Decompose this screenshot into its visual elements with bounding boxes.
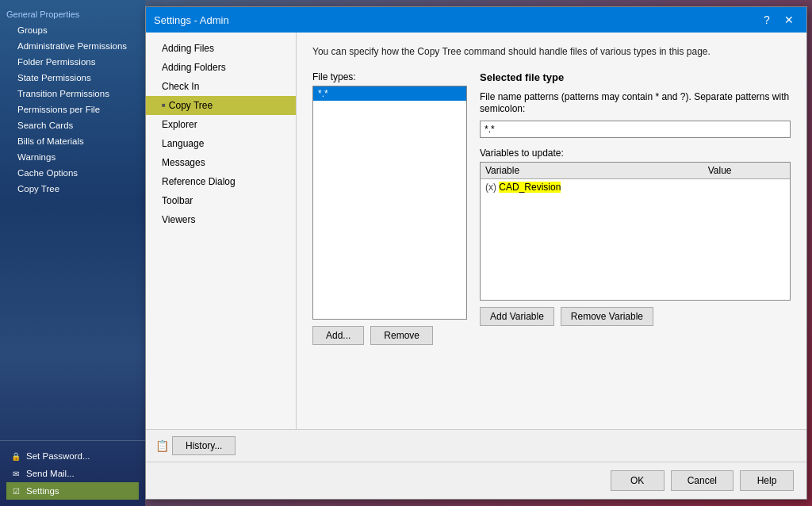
sidebar-item-bills-of-materials[interactable]: Bills of Materials [0,133,145,149]
sidebar-item-warnings[interactable]: Warnings [0,149,145,165]
pattern-input[interactable] [480,121,791,138]
dialog-body: Adding Files Adding Folders Check In Cop… [146,33,806,429]
sidebar-item-permissions-per-file[interactable]: Permissions per File [0,102,145,117]
sidebar-item-general-properties[interactable]: General Properties [0,6,145,22]
add-file-type-button[interactable]: Add... [312,326,364,345]
ok-button[interactable]: OK [611,470,665,491]
sidebar-bottom: 🔒 Set Password... ✉ Send Mail... ☑ Setti… [0,440,145,506]
sidebar-item-cache-options[interactable]: Cache Options [0,165,145,181]
sidebar-item-search-cards[interactable]: Search Cards [0,117,145,133]
variable-value-cell [703,178,790,195]
variables-label: Variables to update: [480,148,791,159]
lock-icon: 🔒 [10,450,22,462]
file-type-item-all[interactable]: *.* [313,86,466,101]
variable-col-header: Variable [481,163,703,179]
value-col-header: Value [703,163,790,179]
nav-item-adding-files[interactable]: Adding Files [146,39,296,58]
history-area: 📋 History... [146,429,806,462]
file-types-listbox[interactable]: *.* [312,86,467,320]
sidebar-set-password[interactable]: 🔒 Set Password... [6,447,139,465]
variable-prefix: (x) [485,182,499,193]
nav-item-messages[interactable]: Messages [146,153,296,172]
dialog-title-buttons: ? ✕ [757,12,799,28]
nav-item-explorer[interactable]: Explorer [146,115,296,134]
sidebar-item-groups[interactable]: Groups [0,22,145,38]
variable-name-cell: (x) CAD_Revision [481,178,703,195]
variable-row[interactable]: (x) CAD_Revision [481,178,790,195]
dialog-footer: OK Cancel Help [146,462,806,499]
remove-variable-button[interactable]: Remove Variable [561,307,653,326]
nav-item-check-in[interactable]: Check In [146,77,296,96]
nav-item-toolbar[interactable]: Toolbar [146,191,296,210]
dialog-nav: Adding Files Adding Folders Check In Cop… [146,33,297,429]
help-title-button[interactable]: ? [757,12,776,28]
file-types-label: File types: [312,71,467,82]
close-button[interactable]: ✕ [779,12,799,28]
file-types-panel: File types: *.* Add... Remove [312,71,467,345]
dialog-titlebar: Settings - Admin ? ✕ [146,7,806,33]
settings-icon: ☑ [10,485,22,497]
sidebar: General Properties Groups Administrative… [0,0,145,506]
sidebar-item-state-permissions[interactable]: State Permissions [0,70,145,86]
nav-item-language[interactable]: Language [146,134,296,153]
mail-icon: ✉ [10,467,22,480]
remove-file-type-button[interactable]: Remove [370,326,433,345]
file-types-buttons: Add... Remove [312,326,467,345]
dialog-title: Settings - Admin [154,14,229,26]
cancel-button[interactable]: Cancel [671,470,733,491]
selected-panel-title: Selected file type [480,71,791,83]
history-icon: 📋 [155,439,169,452]
sidebar-item-copy-tree[interactable]: Copy Tree [0,181,145,197]
sidebar-item-folder-permissions[interactable]: Folder Permissions [0,54,145,70]
settings-dialog: Settings - Admin ? ✕ Adding Files Adding… [145,6,807,500]
pattern-label: File name patterns (patterns may contain… [480,91,791,116]
nav-item-reference-dialog[interactable]: Reference Dialog [146,172,296,191]
nav-item-viewers[interactable]: Viewers [146,210,296,229]
help-button[interactable]: Help [740,470,794,491]
content-description: You can specify how the Copy Tree comman… [312,45,791,59]
content-main: File types: *.* Add... Remove Selected f… [312,71,791,345]
add-variable-button[interactable]: Add Variable [480,307,554,326]
nav-item-copy-tree[interactable]: Copy Tree [146,96,296,115]
sidebar-item-administrative-permissions[interactable]: Administrative Permissions [0,38,145,54]
dialog-main-content: You can specify how the Copy Tree comman… [297,33,806,429]
sidebar-nav: General Properties Groups Administrative… [0,0,145,440]
history-button[interactable]: History... [172,436,236,455]
sidebar-send-mail[interactable]: ✉ Send Mail... [6,465,139,482]
variables-table[interactable]: Variable Value (x) CAD_Revision [480,162,791,301]
nav-item-adding-folders[interactable]: Adding Folders [146,58,296,77]
selected-file-type-panel: Selected file type File name patterns (p… [480,71,791,345]
sidebar-settings[interactable]: ☑ Settings [6,482,139,500]
sidebar-item-transition-permissions[interactable]: Transition Permissions [0,86,145,102]
variable-name: CAD_Revision [499,182,561,193]
variable-buttons: Add Variable Remove Variable [480,307,791,326]
